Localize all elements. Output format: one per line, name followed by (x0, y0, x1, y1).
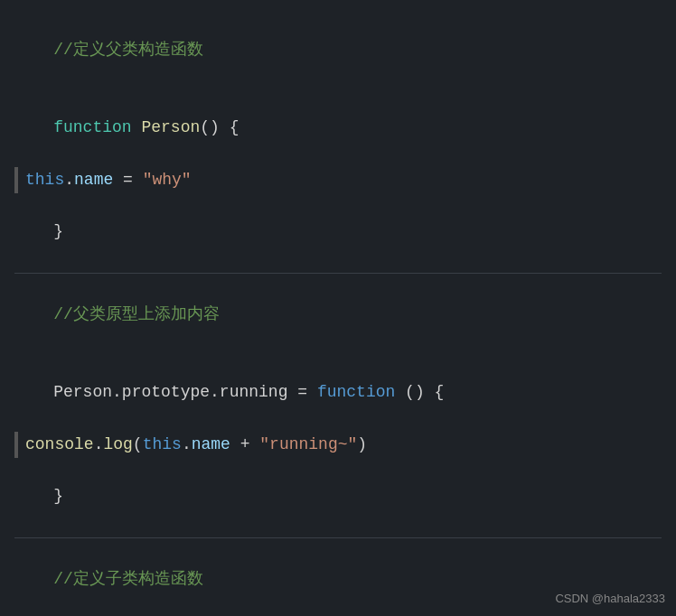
line-8: } (14, 458, 662, 536)
code-editor: //定义父类构造函数 function Person() { this.name… (0, 0, 676, 616)
separator-1 (14, 273, 662, 274)
closing-brace-1: } (53, 222, 63, 240)
keyword-function-1: function (53, 118, 131, 136)
indent-bar-1 (14, 167, 18, 193)
line-7: console.log(this.name + "running~") (14, 432, 662, 458)
comment-1: //定义父类构造函数 (53, 41, 203, 59)
closing-brace-2: } (53, 487, 63, 505)
watermark: CSDN @hahala2333 (555, 590, 665, 609)
indent-bar-2 (14, 432, 18, 458)
separator-2 (14, 537, 662, 538)
line-2: function Person() { (14, 89, 662, 166)
line-6: Person.prototype.running = function () { (14, 353, 662, 431)
line-4: } (14, 193, 662, 271)
comment-2: //父类原型上添加内容 (53, 305, 220, 323)
line-3: this.name = "why" (14, 167, 662, 193)
comment-3: //定义子类构造函数 (53, 570, 203, 588)
line-5: //父类原型上添加内容 (14, 275, 662, 353)
line-1: //定义父类构造函数 (14, 11, 662, 89)
function-name-person: Person (141, 118, 200, 136)
